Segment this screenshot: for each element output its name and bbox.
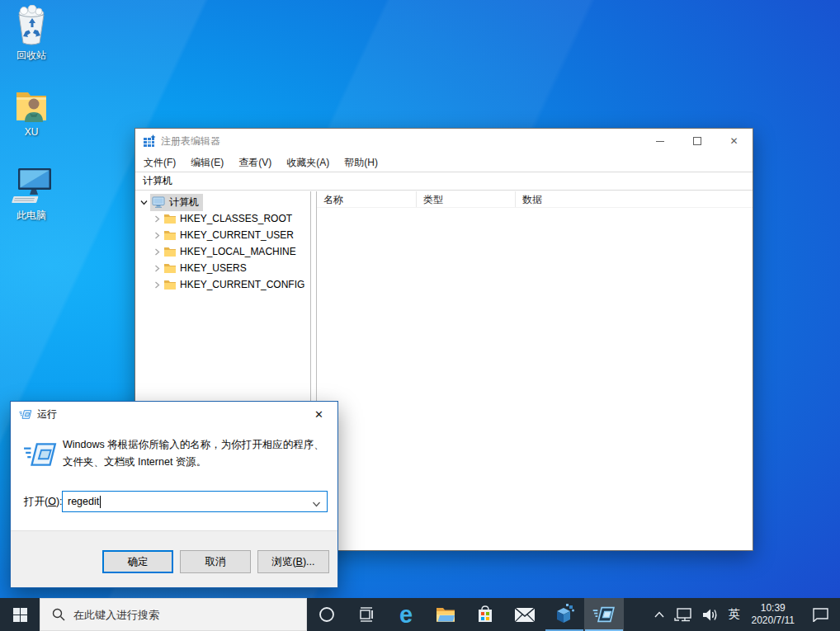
regedit-app-icon xyxy=(143,134,156,148)
tree-label-computer: 计算机 xyxy=(169,195,199,210)
registry-values-pane: 名称 类型 数据 xyxy=(316,191,753,550)
folder-icon xyxy=(163,214,177,224)
dropdown-chevron-icon[interactable] xyxy=(312,497,321,512)
menu-view[interactable]: 查看(V) xyxy=(231,156,279,170)
close-button[interactable]: ✕ xyxy=(300,402,337,426)
tree-label: HKEY_CURRENT_USER xyxy=(180,229,294,241)
user-folder-icon xyxy=(0,86,63,124)
tree-row-computer[interactable]: 计算机 xyxy=(135,194,310,210)
regedit-titlebar[interactable]: 注册表编辑器 ✕ xyxy=(135,129,753,153)
tree-row-hkey[interactable]: HKEY_CURRENT_USER xyxy=(135,227,310,243)
taskbar-clock[interactable]: 10:39 2020/7/11 xyxy=(745,598,802,631)
run-dialog-title: 运行 xyxy=(37,407,57,421)
menu-file[interactable]: 文件(F) xyxy=(136,156,183,170)
folder-icon xyxy=(163,263,177,274)
run-icon xyxy=(592,605,616,624)
mail-button[interactable] xyxy=(505,598,545,631)
mail-icon xyxy=(515,608,535,622)
chevron-right-icon[interactable] xyxy=(150,248,163,256)
cancel-button[interactable]: 取消 xyxy=(180,550,251,573)
volume-button[interactable] xyxy=(697,598,724,631)
run-icon xyxy=(23,441,58,471)
chevron-right-icon[interactable] xyxy=(150,265,163,272)
store-icon xyxy=(476,605,494,624)
tree-row-hkey[interactable]: HKEY_LOCAL_MACHINE xyxy=(135,243,310,260)
network-button[interactable] xyxy=(669,598,697,631)
cortana-button[interactable] xyxy=(307,598,347,631)
close-icon: ✕ xyxy=(314,408,323,421)
run-taskbar-button[interactable] xyxy=(584,598,624,631)
desktop-icon-label: 回收站 xyxy=(0,49,63,63)
regedit-taskbar-button[interactable] xyxy=(545,598,584,631)
file-explorer-button[interactable] xyxy=(426,598,465,631)
tree-row-hkey[interactable]: HKEY_USERS xyxy=(135,260,310,276)
regedit-address-bar[interactable]: 计算机 xyxy=(135,172,753,191)
regedit-window-title: 注册表编辑器 xyxy=(161,134,220,148)
run-description-line2: 文件夹、文档或 Internet 资源。 xyxy=(63,454,330,471)
system-tray: 英 10:39 2020/7/11 xyxy=(649,598,840,631)
start-button[interactable] xyxy=(0,598,40,631)
menu-edit[interactable]: 编辑(E) xyxy=(183,156,231,170)
search-input[interactable] xyxy=(73,609,280,621)
regedit-menubar: 文件(F) 编辑(E) 查看(V) 收藏夹(A) 帮助(H) xyxy=(135,153,753,172)
cortana-icon xyxy=(319,606,335,623)
tree-label: HKEY_CURRENT_CONFIG xyxy=(180,279,304,290)
close-icon: ✕ xyxy=(729,135,738,147)
tree-label: HKEY_USERS xyxy=(180,262,247,274)
run-command-input[interactable]: regedit xyxy=(62,491,328,512)
open-label: 打开(O): xyxy=(24,491,63,513)
ok-button[interactable]: 确定 xyxy=(102,550,173,573)
recycle-bin-icon xyxy=(0,5,63,46)
run-app-icon xyxy=(19,409,32,420)
edge-icon: e xyxy=(399,603,413,627)
clock-date: 2020/7/11 xyxy=(752,615,795,627)
column-header-type[interactable]: 类型 xyxy=(417,191,516,207)
edge-button[interactable]: e xyxy=(386,598,426,631)
chevron-right-icon[interactable] xyxy=(150,215,163,223)
tree-label: HKEY_LOCAL_MACHINE xyxy=(180,246,296,257)
minimize-icon xyxy=(656,141,664,142)
network-icon xyxy=(674,607,692,622)
browse-button[interactable]: 浏览(B)... xyxy=(257,550,329,573)
run-description-line1: Windows 将根据你所输入的名称，为你打开相应的程序、 xyxy=(63,436,330,454)
desktop-icon-xu[interactable]: XU xyxy=(0,86,63,138)
tray-overflow-button[interactable] xyxy=(649,598,669,631)
list-header: 名称 类型 数据 xyxy=(317,191,753,208)
chevron-right-icon[interactable] xyxy=(150,281,163,289)
desktop-icon-label: 此电脑 xyxy=(0,209,63,223)
maximize-icon xyxy=(693,137,701,145)
tree-selection: 计算机 xyxy=(150,194,203,211)
run-dialog: 运行 ✕ Windows 将根据你所输入的名称，为你打开相应的程序、 文件夹、文… xyxy=(10,401,338,588)
taskbar-search-box[interactable] xyxy=(40,598,307,631)
task-view-button[interactable] xyxy=(347,598,386,631)
computer-icon xyxy=(152,196,165,208)
tree-row-hkey[interactable]: HKEY_CURRENT_CONFIG xyxy=(135,276,310,293)
ime-indicator[interactable]: 英 xyxy=(724,598,745,631)
desktop-icon-this-pc[interactable]: 此电脑 xyxy=(0,165,63,223)
action-center-button[interactable] xyxy=(801,598,840,631)
run-description: Windows 将根据你所输入的名称，为你打开相应的程序、 文件夹、文档或 In… xyxy=(63,436,330,471)
menu-favorites[interactable]: 收藏夹(A) xyxy=(279,156,337,170)
chevron-right-icon[interactable] xyxy=(150,232,163,239)
text-caret xyxy=(100,496,101,508)
chevron-up-icon xyxy=(654,611,664,618)
menu-help[interactable]: 帮助(H) xyxy=(337,156,385,170)
tree-row-hkey[interactable]: HKEY_CLASSES_ROOT xyxy=(135,210,310,227)
task-view-icon xyxy=(357,606,375,623)
desktop-icon-recycle-bin[interactable]: 回收站 xyxy=(0,5,63,63)
close-button[interactable]: ✕ xyxy=(715,129,753,153)
folder-icon xyxy=(163,247,177,257)
minimize-button[interactable] xyxy=(641,129,678,153)
desktop: 回收站 XU xyxy=(0,0,840,631)
tree-label: HKEY_CLASSES_ROOT xyxy=(180,213,292,224)
run-titlebar[interactable]: 运行 ✕ xyxy=(11,402,337,426)
store-button[interactable] xyxy=(465,598,505,631)
regedit-cube-icon xyxy=(554,604,575,625)
maximize-button[interactable] xyxy=(678,129,715,153)
column-header-data[interactable]: 数据 xyxy=(516,191,753,207)
search-icon xyxy=(52,608,65,621)
chevron-down-icon[interactable] xyxy=(137,199,150,206)
this-pc-icon xyxy=(0,165,63,206)
column-header-name[interactable]: 名称 xyxy=(317,191,417,207)
folder-icon xyxy=(163,280,177,290)
